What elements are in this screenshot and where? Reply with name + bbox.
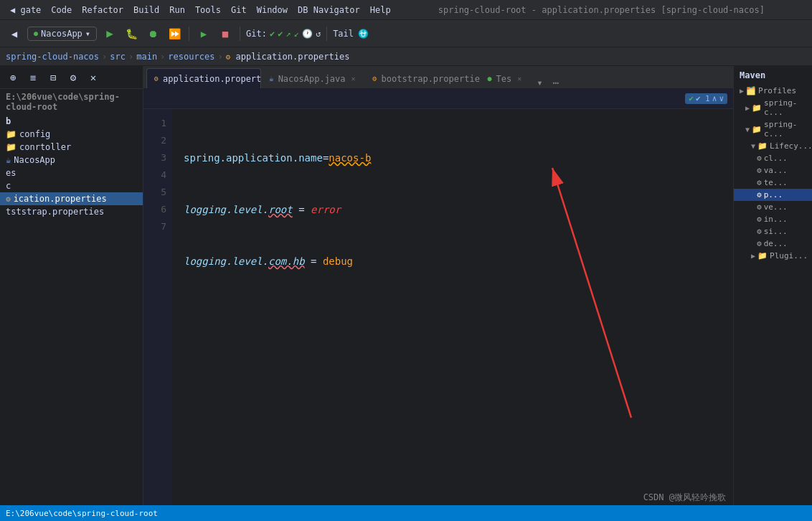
sidebar-item-application-properties[interactable]: ⚙ ication.properties (0, 192, 143, 205)
tab-nacosapp[interactable]: ☕ NacosApp.java ✕ (261, 68, 365, 88)
menu-refactor[interactable]: Refactor (77, 4, 128, 17)
sidebar-sort[interactable]: ≡ (24, 69, 42, 86)
maven-item-in[interactable]: ⚙ in... (734, 213, 812, 225)
maven-item-lifecycle[interactable]: ▼ 📁 Lifecy... (734, 140, 812, 152)
item-icon: ⚙ (757, 202, 762, 212)
status-bar: E:\206vue\code\spring-cloud-root (0, 505, 812, 521)
line-num-7: 7 (143, 218, 166, 235)
code-val-3: debug (323, 253, 353, 270)
item-icon: ⚙ (757, 190, 762, 200)
item-label: tststrap.properties (6, 207, 104, 217)
maven-item-plugins[interactable]: ▶ 📁 Plugi... (734, 250, 812, 262)
tab-tes[interactable]: ● Tes ✕ (480, 68, 532, 88)
item-icon: ⚙ (757, 239, 762, 248)
item-icon: 📁 (752, 103, 762, 113)
badge-down-icon: ∨ (719, 94, 724, 103)
item-label: cl... (764, 154, 788, 163)
code-key-2b: root (268, 201, 293, 218)
tab-overflow-button[interactable]: ⋯ (549, 77, 563, 88)
menu-window[interactable]: Window (252, 4, 292, 17)
item-label: conrtoller (19, 142, 71, 152)
git-undo[interactable]: ↺ (316, 29, 321, 39)
tab-bootstrap-icon: ⚙ (373, 75, 377, 83)
code-line-7 (184, 459, 733, 477)
nacosapp-selector[interactable]: ● NacosApp ▾ (27, 27, 97, 41)
git-clock[interactable]: 🕐 (302, 29, 313, 39)
git-section: Git: ✔ ✔ ↗ ↙ 🕐 ↺ (246, 29, 321, 39)
sidebar-item-c[interactable]: c (0, 179, 143, 192)
menu-gate[interactable]: ◀ gate (6, 4, 45, 17)
sidebar-collapse[interactable]: ⊟ (44, 69, 62, 86)
menu-help[interactable]: Help (366, 4, 395, 17)
git-ok[interactable]: ✔ (278, 29, 283, 39)
title-bar-text: spring-cloud-root - application.properti… (397, 5, 806, 15)
code-area[interactable]: spring.application.name=nacos-b logging.… (172, 109, 733, 505)
tab-label: NacosApp.java (278, 74, 346, 84)
coverage-button[interactable]: ⏺ (144, 25, 161, 42)
menu-run[interactable]: Run (165, 4, 189, 17)
sidebar-item-bootstrap-properties[interactable]: tststrap.properties (0, 205, 143, 218)
profile-button[interactable]: ⏩ (166, 25, 183, 42)
item-label: config (19, 129, 50, 139)
tab-close-4[interactable]: ✕ (516, 74, 523, 83)
editor-content: 1 2 3 4 5 6 7 spring.application.name=na… (143, 109, 733, 505)
breadcrumb-file[interactable]: ⚙ application.properties (226, 52, 350, 62)
tab-more-button[interactable]: ▾ (532, 77, 547, 88)
menu-build[interactable]: Build (129, 4, 164, 17)
expand-icon: ▶ (751, 252, 755, 260)
run-button[interactable]: ▶ (101, 25, 118, 42)
maven-item-spring1[interactable]: ▶ 📁 spring-c... (734, 97, 812, 118)
tab-application-properties[interactable]: ⚙ application.properties ✕ (146, 68, 261, 88)
sidebar-add[interactable]: ⊕ (4, 69, 22, 86)
code-line-4 (184, 304, 733, 321)
maven-item-cl[interactable]: ⚙ cl... (734, 152, 812, 164)
stop-button[interactable]: ■ (217, 25, 234, 42)
item-label: ve... (764, 202, 788, 212)
git-check[interactable]: ✔ (270, 29, 275, 39)
sidebar-settings[interactable]: ⚙ (65, 69, 82, 86)
sidebar-item-conrtoller[interactable]: 📁 conrtoller (0, 141, 143, 154)
maven-item-te[interactable]: ⚙ te... (734, 177, 812, 189)
maven-item-si[interactable]: ⚙ si... (734, 225, 812, 238)
line-num-4: 4 (143, 166, 166, 184)
inspection-badge[interactable]: ✔ ✔ 1 ∧ ∨ (685, 93, 727, 104)
code-key-1: spring.application.name (184, 149, 323, 166)
nacosapp-dropdown-icon[interactable]: ▾ (85, 29, 90, 39)
breadcrumb-root[interactable]: spring-cloud-nacos (6, 52, 99, 62)
sidebar-item-es[interactable]: es (0, 166, 143, 179)
maven-title[interactable]: Maven (734, 66, 812, 85)
code-line-3: logging.level.com.hb = debug (184, 253, 733, 270)
breadcrumb-main[interactable]: main (136, 52, 157, 62)
maven-item-ve[interactable]: ⚙ ve... (734, 201, 812, 213)
item-icon: ⚙ (757, 154, 762, 163)
run-btn2[interactable]: ▶ (195, 25, 212, 42)
menu-git[interactable]: Git (227, 4, 251, 17)
maven-item-p[interactable]: ⚙ p... (734, 189, 812, 201)
tab-close-2[interactable]: ✕ (350, 74, 357, 83)
git-update[interactable]: ↙ (294, 29, 299, 39)
breadcrumb-src[interactable]: src (110, 52, 126, 62)
maven-item-de[interactable]: ⚙ de... (734, 238, 812, 250)
maven-item-spring2[interactable]: ▼ 📁 spring-c... (734, 118, 812, 140)
translate-button[interactable]: ⛎ (358, 29, 369, 39)
maven-item-va[interactable]: ⚙ va... (734, 164, 812, 177)
badge-count: ✔ 1 (696, 94, 710, 103)
breadcrumb-resources[interactable]: resources (168, 52, 214, 62)
sidebar-item-nacosapp[interactable]: ☕ NacosApp (0, 154, 143, 166)
breadcrumb: spring-cloud-nacos › src › main › resour… (0, 47, 812, 66)
menu-tools[interactable]: Tools (191, 4, 225, 17)
menu-dbnavigator[interactable]: DB Navigator (293, 4, 364, 17)
item-label: es (6, 168, 16, 178)
item-icon: 📁 (757, 251, 768, 260)
git-push[interactable]: ↗ (285, 29, 291, 39)
maven-item-profiles[interactable]: ▶ 🗂️ Profiles (734, 85, 812, 97)
sidebar-item-config[interactable]: 📁 config (0, 128, 143, 141)
status-path: E:\206vue\code\spring-cloud-root (6, 509, 158, 518)
back-button[interactable]: ◀ (6, 25, 23, 42)
tail-button[interactable]: Tail (333, 29, 354, 39)
item-label: te... (764, 178, 788, 187)
debug-button[interactable]: 🐛 (123, 25, 140, 42)
sidebar-close-left[interactable]: ✕ (85, 69, 102, 86)
menu-code[interactable]: Code (47, 4, 76, 17)
tab-bootstrap[interactable]: ⚙ bootstrap.properties ✕ (365, 68, 480, 88)
